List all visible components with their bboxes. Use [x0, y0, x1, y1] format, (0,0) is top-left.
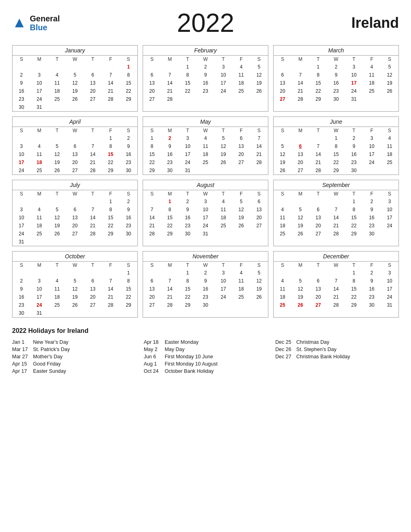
calendar-day: 14	[102, 285, 119, 293]
day-header: T	[309, 190, 327, 197]
holidays-section: 2022 Holidays for Ireland Jan 1New Year'…	[12, 327, 399, 375]
calendar-day	[48, 269, 66, 277]
calendar-day	[309, 134, 327, 142]
day-header: S	[12, 190, 30, 197]
calendar-day	[381, 166, 399, 175]
calendar-day	[66, 63, 84, 71]
calendar-day: 16	[120, 150, 137, 158]
calendar-day: 20	[250, 214, 268, 222]
calendar-day: 9	[197, 277, 214, 285]
calendar-day: 11	[48, 285, 66, 293]
calendar-day: 30	[120, 230, 137, 238]
calendar-day: 13	[84, 79, 102, 87]
calendar-day: 25	[48, 95, 66, 103]
calendar-day: 16	[179, 214, 197, 222]
calendar-day: 4	[30, 206, 48, 214]
calendar-day	[102, 309, 119, 317]
day-header: S	[250, 127, 268, 134]
calendar-day: 20	[309, 293, 327, 301]
calendar-day: 26	[66, 95, 84, 103]
calendar-day	[102, 103, 119, 111]
calendar-day: 25	[232, 87, 250, 95]
calendar-day	[30, 134, 48, 142]
calendar-day: 14	[84, 150, 102, 158]
calendar-day	[66, 197, 84, 206]
calendar-day: 31	[345, 95, 363, 103]
calendar-day: 11	[197, 142, 214, 150]
calendar-day: 12	[291, 214, 309, 222]
calendar-day: 4	[48, 277, 66, 285]
calendar-day: 28	[161, 95, 179, 103]
calendar-day	[120, 309, 137, 317]
day-header: S	[120, 127, 137, 134]
calendar-day: 19	[48, 158, 66, 166]
calendar-day: 15	[345, 285, 363, 293]
calendar-day	[250, 166, 268, 175]
month-header: June	[274, 117, 399, 127]
calendar-day: 18	[48, 293, 66, 301]
calendar-day	[232, 301, 250, 309]
calendar-day: 26	[232, 222, 250, 230]
calendar-day: 7	[161, 71, 179, 79]
calendar-day	[12, 197, 30, 206]
calendar-day: 19	[291, 222, 309, 230]
day-header: S	[274, 56, 291, 63]
calendar-day: 26	[274, 166, 291, 175]
calendar-day: 16	[363, 285, 380, 293]
calendar-day: 10	[381, 206, 399, 214]
calendar-day: 21	[102, 293, 119, 301]
logo: General Blue	[12, 14, 60, 32]
calendar-day: 25	[30, 166, 48, 175]
day-header: W	[327, 190, 345, 197]
calendar-day: 11	[363, 71, 380, 79]
calendar-day: 21	[327, 222, 345, 230]
calendar-day: 24	[179, 158, 197, 166]
day-header: S	[381, 127, 399, 134]
holiday-date: Aug 1	[144, 361, 161, 367]
day-header: M	[30, 56, 48, 63]
calendar-day: 26	[214, 158, 232, 166]
calendar-day: 1	[102, 134, 119, 142]
calendar-day: 18	[274, 222, 291, 230]
list-item: Dec 27Christmas Bank Holiday	[275, 353, 399, 360]
calendar-day: 12	[291, 285, 309, 293]
month-february: FebruarySMTWTFS1234567891011121314151617…	[143, 45, 268, 112]
calendar-day: 6	[66, 206, 84, 214]
day-header: T	[309, 127, 327, 134]
calendar-day	[30, 63, 48, 71]
calendar-day: 22	[102, 222, 119, 230]
day-header: T	[84, 190, 102, 197]
calendar-day: 8	[143, 142, 161, 150]
calendar-day: 7	[161, 277, 179, 285]
calendar-day: 20	[84, 87, 102, 95]
calendar-day: 23	[327, 87, 345, 95]
calendar-day: 11	[274, 214, 291, 222]
calendar-day: 5	[66, 277, 84, 285]
calendar-day: 9	[120, 206, 137, 214]
calendar-day: 2	[120, 197, 137, 206]
day-header: S	[12, 262, 30, 269]
calendar-day: 18	[197, 150, 214, 158]
day-header: F	[102, 127, 119, 134]
calendar-day: 7	[102, 71, 119, 79]
calendar-day: 18	[363, 79, 380, 87]
calendar-day: 14	[291, 79, 309, 87]
calendar-day: 14	[309, 150, 327, 158]
list-item: Mar 17St. Patrick's Day	[12, 346, 136, 353]
calendar-day: 30	[363, 301, 380, 309]
calendar-day: 6	[66, 142, 84, 150]
calendar-day: 5	[250, 269, 268, 277]
calendar-day: 21	[84, 158, 102, 166]
day-header: F	[363, 56, 380, 63]
day-header: M	[30, 127, 48, 134]
calendar-day: 18	[48, 87, 66, 95]
calendar-day: 4	[214, 197, 232, 206]
calendar-day: 3	[12, 142, 30, 150]
calendar-day: 10	[30, 285, 48, 293]
calendar-day: 19	[66, 87, 84, 95]
calendar-day: 12	[250, 71, 268, 79]
calendar-day: 30	[197, 301, 214, 309]
calendar-day	[291, 134, 309, 142]
calendar-day	[84, 134, 102, 142]
day-header: F	[102, 56, 119, 63]
